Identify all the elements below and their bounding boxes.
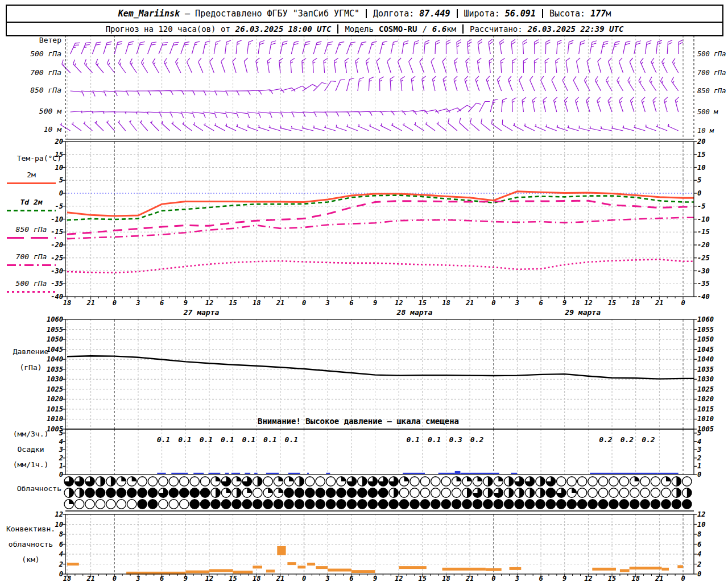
calc-label: Рассчитано: bbox=[470, 24, 523, 34]
svg-text:0: 0 bbox=[697, 471, 701, 479]
wind-barbs-row bbox=[71, 39, 683, 54]
cloud-symbol-row bbox=[64, 500, 692, 509]
svg-text:18: 18 bbox=[631, 575, 639, 582]
svg-text:1055: 1055 bbox=[47, 326, 63, 334]
header-separator bbox=[462, 24, 464, 34]
convective-panel-unit: (км) bbox=[1, 556, 60, 564]
wind-level-850hpa: 850 гПа bbox=[0, 86, 61, 94]
header-line-1: Kem_Mariinsk — Предоставлено ФГБУ "ЗапСи… bbox=[7, 6, 722, 23]
legend-line-t2m bbox=[7, 182, 56, 184]
svg-text:15: 15 bbox=[419, 575, 427, 582]
header-separator bbox=[542, 9, 543, 18]
wind-level-500m: 500 м bbox=[0, 107, 61, 115]
svg-text:28 марта: 28 марта bbox=[396, 308, 433, 317]
svg-text:-10: -10 bbox=[697, 215, 710, 223]
svg-text:21: 21 bbox=[86, 575, 94, 582]
svg-text:0.3: 0.3 bbox=[449, 435, 462, 444]
convective-panel-title-2: облачность bbox=[1, 541, 60, 548]
svg-text:1025: 1025 bbox=[697, 385, 714, 393]
svg-text:1: 1 bbox=[697, 462, 701, 470]
svg-text:0.1: 0.1 bbox=[406, 435, 419, 444]
wind-panel-title: Ветер bbox=[0, 36, 61, 44]
svg-text:1060: 1060 bbox=[697, 315, 714, 323]
svg-text:12: 12 bbox=[205, 575, 213, 582]
svg-text:6: 6 bbox=[539, 299, 543, 307]
svg-text:0.1: 0.1 bbox=[221, 435, 234, 444]
precip-unit-3h: (мм/3ч.) bbox=[1, 430, 60, 438]
header-dash: — bbox=[185, 9, 190, 19]
svg-text:3: 3 bbox=[135, 575, 140, 582]
svg-text:1025: 1025 bbox=[47, 385, 63, 393]
svg-text:12: 12 bbox=[395, 299, 403, 307]
wind-level-500hpa: 500 гПа bbox=[0, 50, 61, 58]
svg-text:12: 12 bbox=[584, 299, 592, 307]
svg-text:1020: 1020 bbox=[47, 395, 63, 403]
svg-text:15: 15 bbox=[419, 299, 427, 307]
svg-text:10: 10 bbox=[697, 164, 705, 172]
svg-text:21: 21 bbox=[655, 575, 663, 582]
svg-text:-30: -30 bbox=[51, 267, 63, 275]
longitude-value: 87.449 bbox=[419, 9, 450, 19]
model-name: COSMO-RU bbox=[379, 24, 417, 34]
svg-text:18: 18 bbox=[631, 299, 639, 307]
legend-label-700hpa: 700 гПа bbox=[6, 252, 57, 261]
svg-text:1040: 1040 bbox=[47, 355, 63, 363]
svg-text:6: 6 bbox=[697, 541, 701, 548]
svg-text:15: 15 bbox=[608, 299, 616, 307]
svg-text:0.1: 0.1 bbox=[428, 435, 441, 444]
svg-text:0.1: 0.1 bbox=[157, 435, 170, 444]
meteogram-canvas: 0.10.10.10.10.10.10.10.10.10.30.20.20.20… bbox=[0, 0, 728, 582]
svg-text:2: 2 bbox=[697, 454, 701, 462]
svg-text:0: 0 bbox=[113, 299, 117, 307]
svg-text:1040: 1040 bbox=[697, 355, 714, 363]
svg-text:4: 4 bbox=[697, 550, 701, 558]
legend-line-td2m bbox=[7, 210, 56, 211]
svg-text:-25: -25 bbox=[697, 254, 710, 262]
svg-text:-20: -20 bbox=[697, 241, 710, 249]
cloud-symbol-row bbox=[64, 477, 692, 486]
svg-text:15: 15 bbox=[229, 299, 237, 307]
svg-text:0.2: 0.2 bbox=[599, 435, 613, 444]
svg-text:18: 18 bbox=[63, 299, 71, 307]
cloudiness-panel-title: Облачность bbox=[0, 485, 61, 493]
wind-level-700hpa: 700 гПа bbox=[0, 69, 61, 77]
svg-text:9: 9 bbox=[562, 299, 566, 307]
svg-text:9: 9 bbox=[373, 299, 377, 307]
meteogram-page: Kem_Mariinsk — Предоставлено ФГБУ "ЗапСи… bbox=[0, 0, 728, 582]
svg-text:18: 18 bbox=[253, 575, 260, 582]
svg-text:1010: 1010 bbox=[47, 415, 63, 423]
legend-label-td2m: Td 2м bbox=[6, 198, 57, 206]
header-separator bbox=[457, 9, 458, 18]
svg-text:3: 3 bbox=[697, 446, 701, 454]
svg-text:9: 9 bbox=[184, 299, 188, 307]
svg-text:3: 3 bbox=[325, 575, 330, 582]
svg-text:0: 0 bbox=[113, 575, 117, 582]
svg-text:-40: -40 bbox=[697, 293, 710, 301]
svg-text:1055: 1055 bbox=[697, 326, 714, 334]
svg-text:4: 4 bbox=[697, 438, 701, 446]
precip-bars bbox=[157, 471, 678, 474]
svg-text:10: 10 bbox=[697, 521, 705, 529]
svg-text:0: 0 bbox=[697, 189, 701, 197]
calc-time: 26.03.2025 22:39 UTC bbox=[528, 24, 624, 34]
wind-barbs-row bbox=[62, 58, 679, 73]
wind-level-10m: 10 м bbox=[0, 126, 61, 134]
svg-text:9: 9 bbox=[373, 575, 377, 582]
svg-text:0: 0 bbox=[681, 575, 685, 582]
station-name: Kem_Mariinsk bbox=[118, 9, 180, 19]
svg-text:2: 2 bbox=[697, 560, 701, 568]
header: Kem_Mariinsk — Предоставлено ФГБУ "ЗапСи… bbox=[6, 5, 723, 36]
svg-text:1015: 1015 bbox=[47, 405, 63, 413]
pressure-warning-text: Внимание! Высокое давление — шкала смеще… bbox=[65, 417, 651, 426]
svg-text:15: 15 bbox=[608, 575, 616, 582]
temp-series bbox=[67, 218, 694, 239]
svg-text:15: 15 bbox=[229, 575, 237, 582]
svg-text:1050: 1050 bbox=[47, 335, 63, 343]
svg-text:0: 0 bbox=[491, 575, 495, 582]
svg-text:5: 5 bbox=[697, 176, 701, 184]
forecast-run-time: 26.03.2025 18:00 UTC bbox=[235, 24, 332, 34]
header-separator bbox=[366, 9, 367, 18]
latitude-label: Широта: bbox=[464, 9, 500, 19]
precip-unit-1h: (мм/1ч.) bbox=[1, 461, 60, 469]
altitude-label: Высота: bbox=[549, 9, 585, 19]
